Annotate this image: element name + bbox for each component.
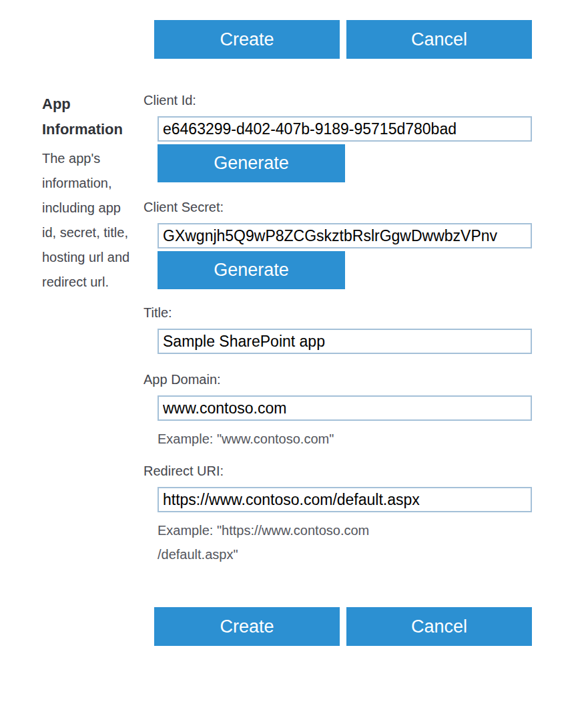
- client-secret-label: Client Secret:: [143, 200, 532, 214]
- cancel-button-bottom[interactable]: Cancel: [346, 607, 532, 646]
- title-label: Title:: [143, 305, 532, 320]
- app-domain-example: Example: "www.contoso.com": [158, 427, 532, 451]
- section-sidebar: App Information The app's information, i…: [42, 92, 137, 295]
- section-heading: App Information: [42, 92, 137, 142]
- create-button-bottom[interactable]: Create: [154, 607, 340, 646]
- redirect-uri-example-line2: /default.aspx": [158, 542, 532, 566]
- top-action-bar: Create Cancel: [154, 20, 532, 59]
- redirect-uri-example-line1: Example: "https://www.contoso.com: [158, 518, 532, 542]
- app-domain-label: App Domain:: [143, 372, 532, 387]
- cancel-button-top[interactable]: Cancel: [346, 20, 532, 59]
- app-registration-page: Create Cancel App Information The app's …: [0, 0, 588, 704]
- generate-client-id-button[interactable]: Generate: [158, 144, 345, 182]
- client-id-input[interactable]: [158, 116, 532, 142]
- client-id-label: Client Id:: [143, 93, 532, 108]
- title-input[interactable]: [158, 329, 532, 354]
- client-secret-input[interactable]: [158, 223, 532, 248]
- generate-client-secret-button[interactable]: Generate: [158, 251, 345, 289]
- section-description: The app's information, including app id,…: [42, 146, 137, 295]
- redirect-uri-input[interactable]: [158, 487, 532, 512]
- redirect-uri-example: Example: "https://www.contoso.com /defau…: [158, 518, 532, 566]
- app-information-form: Client Id: Generate Client Secret: Gener…: [143, 93, 532, 566]
- app-domain-input[interactable]: [158, 395, 532, 421]
- create-button-top[interactable]: Create: [154, 20, 340, 59]
- bottom-action-bar: Create Cancel: [154, 607, 532, 646]
- redirect-uri-label: Redirect URI:: [143, 464, 532, 478]
